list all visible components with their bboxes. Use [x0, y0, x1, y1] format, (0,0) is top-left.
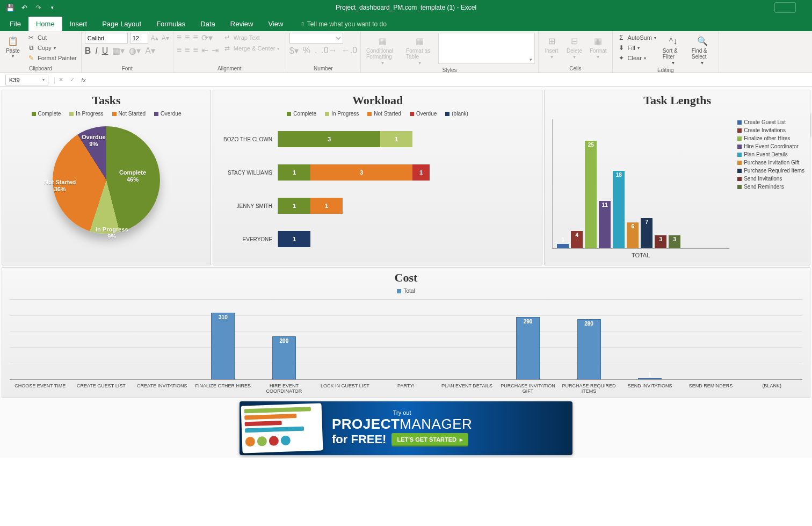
group-label: Styles	[364, 67, 535, 74]
name-box[interactable]: K39▾	[5, 75, 48, 85]
align-right-icon[interactable]: ≡	[193, 45, 198, 55]
fx-icon[interactable]: fx	[78, 77, 89, 83]
tab-insert[interactable]: Insert	[62, 17, 95, 31]
bar-segment: 1	[310, 198, 343, 214]
bold-button[interactable]: B	[85, 46, 91, 56]
search-icon: 🔍	[695, 34, 709, 48]
column: 1	[619, 299, 680, 379]
bar-segment: 1	[278, 231, 310, 247]
column	[437, 299, 498, 379]
redo-icon[interactable]: ↷	[33, 3, 43, 12]
cut-button[interactable]: ✂Cut	[26, 33, 78, 42]
percent-icon[interactable]: %	[303, 46, 310, 56]
tab-home[interactable]: Home	[28, 17, 62, 31]
tasks-chart-panel[interactable]: Tasks Complete In Progress Not Started O…	[2, 90, 211, 265]
merge-center-button[interactable]: ⇄Merge & Center ▾	[222, 44, 281, 53]
tell-me-search[interactable]: 𓂀 Tell me what you want to do	[301, 20, 386, 31]
window-title: Project_dashboard_PM.com_template (1) - …	[336, 4, 476, 11]
format-painter-button[interactable]: ✎Format Painter	[26, 53, 78, 63]
column-bar: 3	[669, 235, 680, 248]
qat-customize-icon[interactable]: ▾	[47, 3, 57, 12]
border-button[interactable]: ▦▾	[112, 46, 125, 56]
tab-review[interactable]: Review	[223, 17, 261, 31]
enter-formula-icon[interactable]: ✓	[67, 76, 78, 83]
align-left-icon[interactable]: ≡	[177, 45, 182, 55]
italic-button[interactable]: I	[95, 46, 97, 56]
insert-cells-button[interactable]: ⊞Insert▾	[542, 33, 561, 61]
legend-item: Create Invitations	[737, 127, 804, 133]
task-lengths-chart-panel[interactable]: Task Lengths 142511186733 TOTAL Create G…	[544, 90, 810, 265]
eraser-icon: ✦	[617, 54, 626, 62]
font-size-input[interactable]	[130, 33, 148, 44]
copy-button[interactable]: ⧉Copy ▾	[26, 43, 78, 53]
wrap-icon: ↵	[223, 33, 231, 42]
ribbon-display-icon[interactable]	[774, 2, 796, 13]
cta-button[interactable]: LET'S GET STARTED▸	[392, 433, 468, 446]
legend-item: Send Invitations	[737, 176, 804, 182]
number-format-select[interactable]	[289, 33, 343, 44]
chevron-down-icon: ▾	[54, 46, 56, 51]
paste-label: Paste	[6, 48, 20, 54]
font-name-input[interactable]	[85, 33, 128, 44]
align-center-icon[interactable]: ≡	[185, 45, 190, 55]
format-cells-button[interactable]: ▦Format▾	[588, 33, 609, 61]
cancel-formula-icon[interactable]: ✕	[55, 76, 67, 83]
column	[71, 299, 132, 379]
clear-button[interactable]: ✦Clear ▾	[616, 53, 657, 63]
fill-color-button[interactable]: ◍▾	[129, 46, 141, 56]
column-chart: 142511186733	[552, 119, 729, 249]
currency-icon[interactable]: $▾	[289, 46, 299, 56]
save-icon[interactable]: 💾	[5, 3, 15, 12]
increase-indent-icon[interactable]: ⇥	[212, 45, 219, 55]
file-tab[interactable]: File	[2, 17, 28, 31]
worksheet-area[interactable]: Update Reports Tasks Complete In Progres…	[0, 87, 812, 458]
tab-formulas[interactable]: Formulas	[149, 17, 193, 31]
comma-icon[interactable]: ,	[315, 46, 317, 56]
decrease-decimal-icon[interactable]: ←.0	[342, 46, 357, 56]
group-styles: ▦ Conditional Formatting▾ ▦ Format as Ta…	[361, 31, 539, 73]
sort-filter-button[interactable]: ᴬ↓Sort & Filter▾	[661, 33, 686, 67]
legend-item: Plan Event Details	[737, 152, 804, 157]
paste-button[interactable]: 📋 Paste ▾	[3, 33, 23, 60]
increase-decimal-icon[interactable]: .0→	[321, 46, 337, 56]
find-select-button[interactable]: 🔍Find & Select▾	[690, 33, 715, 67]
column-bar: 3	[655, 235, 666, 248]
format-as-table-button[interactable]: ▦ Format as Table▾	[404, 33, 435, 67]
cell-styles-gallery[interactable]	[438, 33, 535, 64]
orientation-icon[interactable]: ⟳▾	[201, 33, 213, 43]
conditional-formatting-button[interactable]: ▦ Conditional Formatting▾	[364, 33, 401, 67]
column: 280	[559, 299, 620, 379]
column	[10, 299, 71, 379]
increase-font-icon[interactable]: A▴	[150, 34, 159, 42]
merge-icon: ⇄	[223, 44, 231, 53]
column	[315, 299, 376, 379]
formula-input[interactable]	[89, 75, 812, 85]
align-bottom-icon[interactable]: ≡	[193, 33, 198, 43]
tab-view[interactable]: View	[260, 17, 291, 31]
axis-label: HIRE EVENT COORDINATOR	[253, 382, 315, 395]
undo-icon[interactable]: ↶	[19, 3, 29, 12]
column-bar: 25	[585, 141, 597, 248]
cost-chart-panel[interactable]: Cost Total 3102002902801 CHOOSE EVENT TI…	[2, 267, 810, 398]
formula-bar: K39▾ | ✕ ✓ fx	[0, 73, 812, 87]
tab-page-layout[interactable]: Page Layout	[95, 17, 149, 31]
bar-segment: 1	[380, 131, 412, 147]
decrease-indent-icon[interactable]: ⇤	[201, 45, 208, 55]
decrease-font-icon[interactable]: A▾	[161, 34, 170, 42]
fill-button[interactable]: ⬇Fill ▾	[616, 43, 657, 53]
autosum-button[interactable]: ΣAutoSum ▾	[616, 33, 657, 42]
tab-data[interactable]: Data	[193, 17, 222, 31]
underline-button[interactable]: U	[102, 46, 108, 56]
axis-label: TOTAL	[552, 252, 729, 258]
workload-chart-panel[interactable]: Workload Complete In Progress Not Starte…	[213, 90, 542, 265]
font-color-button[interactable]: A▾	[145, 46, 155, 56]
align-top-icon[interactable]: ≡	[177, 33, 182, 43]
chart-title: Task Lengths	[550, 93, 804, 107]
axis-label: (BLANK)	[741, 382, 802, 395]
wrap-text-button[interactable]: ↵Wrap Text	[222, 33, 281, 42]
chart-legend: Complete In Progress Not Started Overdue…	[219, 111, 536, 117]
delete-cells-button[interactable]: ⊟Delete▾	[564, 33, 584, 61]
ribbon: 📋 Paste ▾ ✂Cut ⧉Copy ▾ ✎Format Painter C…	[0, 31, 812, 73]
align-middle-icon[interactable]: ≡	[185, 33, 190, 43]
promo-banner[interactable]: Try out PROJECTMANAGER for FREE! LET'S G…	[240, 401, 572, 455]
